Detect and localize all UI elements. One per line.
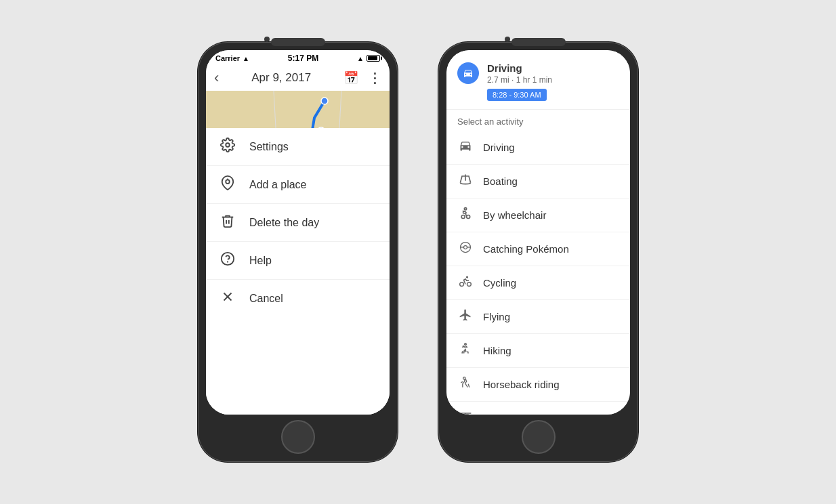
status-right: ▲ — [357, 55, 380, 62]
svg-point-36 — [461, 215, 465, 219]
mode-title: Driving — [487, 62, 619, 74]
settings-icon — [220, 138, 236, 156]
pokemon-label: Catching Pokémon — [483, 243, 569, 255]
cancel-icon — [220, 289, 236, 308]
hiking-icon — [457, 342, 474, 359]
page-title: Apr 9, 2017 — [251, 71, 311, 85]
back-button[interactable]: ‹ — [214, 69, 219, 87]
calendar-icon[interactable]: 📅 — [343, 70, 358, 85]
horseback-icon — [457, 376, 474, 393]
time-badge: 8:28 - 9:30 AM — [487, 89, 547, 101]
mode-sub: 2.7 mi · 1 hr 1 min — [487, 75, 619, 85]
camera-right — [505, 37, 510, 42]
nav-bar: ‹ Apr 9, 2017 📅 ⋮ — [206, 65, 390, 91]
camera — [264, 37, 270, 42]
menu-cancel[interactable]: Cancel — [206, 280, 390, 317]
battery-fill — [368, 56, 377, 60]
add-place-label: Add a place — [249, 179, 307, 191]
wheelchair-icon — [457, 207, 474, 224]
svg-point-37 — [467, 215, 470, 219]
cable-car-label: In a cable car — [483, 413, 544, 415]
driving-icon — [457, 139, 474, 156]
menu-help[interactable]: Help — [206, 242, 390, 280]
menu-delete-day[interactable]: Delete the day — [206, 204, 390, 242]
activity-wheelchair[interactable]: By wheelchair — [446, 198, 630, 232]
help-label: Help — [249, 255, 272, 267]
battery-icon — [367, 55, 380, 62]
status-left: Carrier ▲ — [215, 54, 249, 62]
cancel-label: Cancel — [249, 293, 283, 305]
right-phone-screen: Driving 2.7 mi · 1 hr 1 min 8:28 - 9:30 … — [446, 50, 630, 415]
right-phone: Driving 2.7 mi · 1 hr 1 min 8:28 - 9:30 … — [438, 42, 638, 462]
horseback-label: Horseback riding — [483, 379, 560, 390]
left-phone: Carrier ▲ 5:17 PM ▲ ‹ Apr 9, 2017 📅 ⋮ — [198, 42, 398, 462]
cable-car-icon — [457, 410, 474, 415]
carrier-label: Carrier — [215, 54, 240, 62]
svg-point-35 — [464, 208, 466, 210]
flying-icon — [457, 308, 474, 325]
activity-hiking[interactable]: Hiking — [446, 334, 630, 368]
activity-horseback[interactable]: Horseback riding — [446, 368, 630, 402]
svg-point-43 — [463, 377, 465, 379]
svg-point-28 — [226, 143, 230, 147]
svg-point-29 — [226, 180, 230, 184]
activity-cable-car[interactable]: In a cable car — [446, 402, 630, 415]
settings-label: Settings — [249, 141, 289, 153]
activity-header: Driving 2.7 mi · 1 hr 1 min 8:28 - 9:30 … — [446, 50, 630, 110]
activity-driving[interactable]: Driving — [446, 131, 630, 165]
select-activity-label: Select an activity — [446, 110, 630, 131]
cycling-icon — [457, 274, 474, 291]
svg-point-40 — [460, 282, 464, 287]
location-icon: ▲ — [357, 55, 364, 62]
svg-point-42 — [465, 343, 467, 345]
speaker-right — [511, 38, 566, 46]
activity-cycling[interactable]: Cycling — [446, 266, 630, 300]
menu-add-place[interactable]: Add a place — [206, 166, 390, 204]
delete-icon — [220, 213, 236, 232]
svg-point-41 — [467, 282, 472, 287]
status-bar: Carrier ▲ 5:17 PM ▲ — [206, 50, 390, 65]
activity-pokemon[interactable]: Catching Pokémon — [446, 232, 630, 266]
add-place-icon — [220, 175, 236, 194]
svg-point-39 — [464, 246, 467, 249]
activity-boating[interactable]: Boating — [446, 165, 630, 198]
mode-details: Driving 2.7 mi · 1 hr 1 min 8:28 - 9:30 … — [487, 62, 619, 101]
time-label: 5:17 PM — [288, 54, 318, 63]
dropdown-menu: Settings Add a place — [206, 128, 390, 415]
pokemon-icon — [457, 240, 474, 257]
driving-mode-icon — [457, 62, 479, 84]
hiking-label: Hiking — [483, 345, 511, 356]
wheelchair-label: By wheelchair — [483, 209, 546, 221]
activity-panel[interactable]: Driving 2.7 mi · 1 hr 1 min 8:28 - 9:30 … — [446, 50, 630, 415]
home-button[interactable] — [281, 420, 315, 454]
menu-settings[interactable]: Settings — [206, 128, 390, 166]
left-phone-screen: Carrier ▲ 5:17 PM ▲ ‹ Apr 9, 2017 📅 ⋮ — [206, 50, 390, 415]
flying-label: Flying — [483, 311, 510, 322]
activity-mode-row: Driving 2.7 mi · 1 hr 1 min 8:28 - 9:30 … — [457, 62, 619, 101]
driving-label: Driving — [483, 142, 515, 153]
wifi-icon: ▲ — [243, 55, 249, 62]
boating-icon — [457, 173, 474, 190]
activity-flying[interactable]: Flying — [446, 300, 630, 334]
speaker — [271, 38, 325, 46]
help-icon — [220, 251, 236, 270]
cycling-label: Cycling — [483, 277, 516, 289]
svg-point-11 — [321, 98, 328, 104]
boating-label: Boating — [483, 175, 518, 187]
home-button-right[interactable] — [522, 420, 556, 454]
nav-icons: 📅 ⋮ — [343, 70, 381, 86]
more-icon[interactable]: ⋮ — [368, 70, 381, 86]
delete-day-label: Delete the day — [249, 217, 319, 229]
